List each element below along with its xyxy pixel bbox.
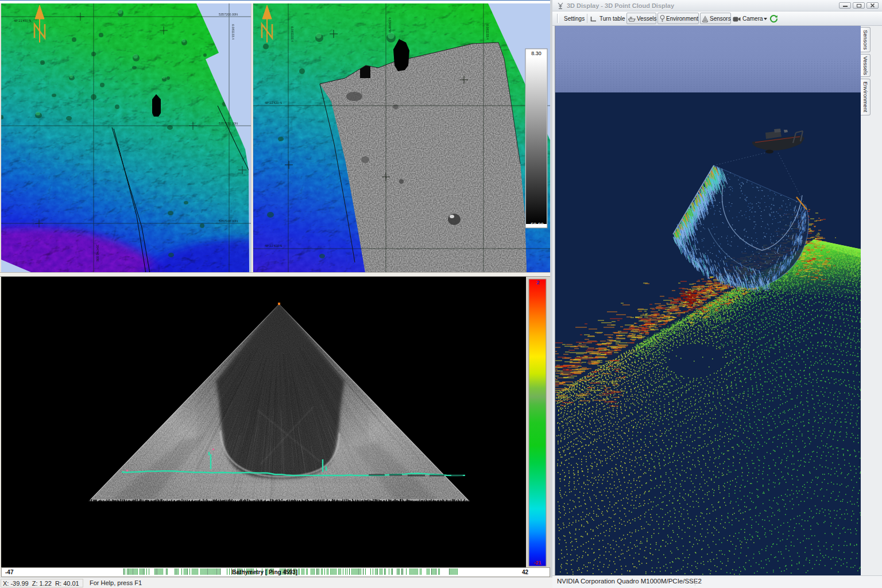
svg-text:42: 42 [522, 569, 529, 575]
svg-text:6.081133.4: 6.081133.4 [486, 24, 489, 40]
svg-text:264740.00E: 264740.00E [96, 245, 99, 262]
svg-text:Bathymetry [ Ping 4593]: Bathymetry [ Ping 4593] [232, 569, 297, 575]
svg-text:8.30: 8.30 [531, 51, 541, 56]
svg-text:48°21'450 N: 48°21'450 N [14, 19, 31, 22]
svg-text:4.33409"W: 4.33409"W [388, 17, 392, 33]
svg-text:5357200.00N: 5357200.00N [219, 13, 238, 16]
svg-text:6.081133.4: 6.081133.4 [291, 26, 294, 42]
svg-text:-59.90: -59.90 [529, 222, 544, 227]
svg-text:-21: -21 [533, 560, 541, 566]
svg-text:-47: -47 [5, 569, 14, 575]
svg-text:2: 2 [536, 280, 539, 285]
svg-text:6.081133.4: 6.081133.4 [231, 24, 235, 40]
svg-text:48°22'400 N: 48°22'400 N [265, 244, 282, 247]
svg-text:5357150.00N: 5357150.00N [219, 122, 238, 125]
svg-text:5357100.00N: 5357100.00N [219, 219, 238, 223]
svg-text:48°22'420 N: 48°22'420 N [265, 101, 282, 105]
